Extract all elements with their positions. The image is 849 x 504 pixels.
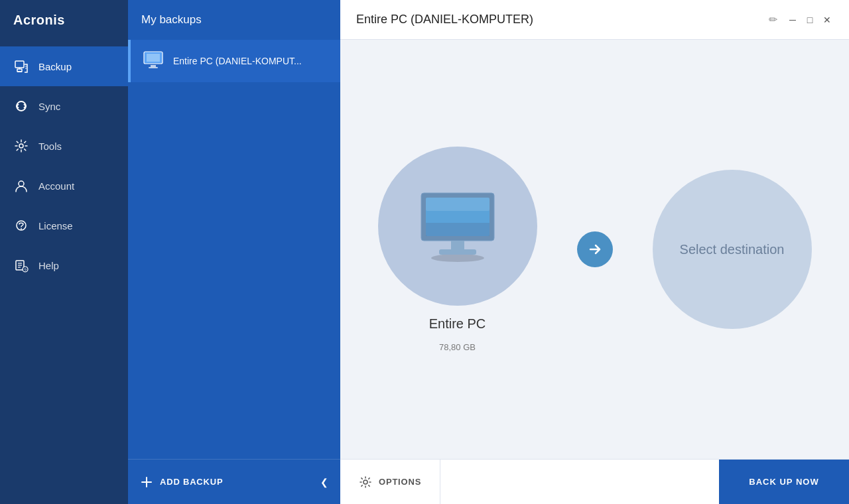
svg-point-9 [21,228,22,229]
svg-point-6 [19,144,23,148]
destination-label: Select destination [680,240,785,259]
main-footer: OPTIONS BACK UP NOW [340,459,849,504]
maximize-button[interactable]: □ [804,14,816,26]
source-size: 78,80 GB [439,342,476,352]
sidebar-item-sync[interactable]: Sync [0,86,128,126]
sidebar-item-label-sync: Sync [38,101,60,112]
add-backup-label: ADD BACKUP [160,477,223,487]
account-icon [13,178,29,194]
destination-circle[interactable]: Select destination [653,170,812,329]
sync-icon [13,98,29,114]
svg-rect-18 [151,65,156,67]
close-button[interactable]: ✕ [821,14,833,26]
source-circle[interactable] [378,147,537,306]
main-body: Entire PC 78,80 GB Select destination [340,40,849,459]
options-label: OPTIONS [379,477,421,487]
backup-list-panel: My backups Entire PC (DANIEL-KOMPUT... [128,0,340,504]
svg-rect-0 [15,61,24,68]
backup-list-header: My backups [128,0,340,40]
svg-rect-26 [451,241,464,250]
sidebar-item-label-license: License [38,220,73,231]
page-title: Entire PC (DANIEL-KOMPUTER) [356,13,759,27]
main-header: Entire PC (DANIEL-KOMPUTER) ✏ ─ □ ✕ [340,0,849,40]
sidebar-item-label-backup: Backup [38,61,72,72]
footer-spacer [440,460,719,504]
chevron-down-icon[interactable]: ❮ [320,477,328,487]
sidebar-item-license[interactable]: License [0,206,128,245]
backup-list-title: My backups [141,13,202,27]
svg-rect-28 [426,223,490,236]
svg-rect-25 [426,198,490,211]
svg-text:?: ? [24,268,27,273]
backup-list-item[interactable]: Entire PC (DANIEL-KOMPUT... [128,40,340,82]
options-button[interactable]: OPTIONS [340,460,440,504]
add-backup-bar[interactable]: ADD BACKUP ❮ [128,459,340,504]
backup-now-button[interactable]: BACK UP NOW [719,460,849,504]
backup-item-monitor-icon [143,50,164,72]
svg-point-29 [363,480,367,484]
svg-rect-19 [149,67,158,68]
sidebar: Acronis Backup [0,0,128,504]
sidebar-item-backup[interactable]: Backup [0,46,128,86]
gear-icon [359,475,372,489]
sidebar-item-help[interactable]: ? Help [0,245,128,285]
backup-icon [13,58,29,74]
add-backup-button[interactable]: ADD BACKUP [140,475,314,489]
minimize-button[interactable]: ─ [787,14,799,26]
help-icon: ? [13,257,29,273]
source-label: Entire PC [429,316,486,332]
backup-now-label: BACK UP NOW [749,477,818,487]
sidebar-item-label-tools: Tools [38,141,62,152]
sidebar-item-label-account: Account [38,180,74,192]
source-container: Entire PC 78,80 GB [378,147,537,352]
backup-item-label: Entire PC (DANIEL-KOMPUT... [173,56,302,66]
main-content: Entire PC (DANIEL-KOMPUTER) ✏ ─ □ ✕ [340,0,849,504]
backup-list-items: Entire PC (DANIEL-KOMPUT... [128,40,340,459]
svg-rect-27 [439,249,476,255]
sidebar-nav: Backup Sync [0,40,128,504]
svg-rect-17 [147,54,160,62]
sidebar-item-label-help: Help [38,260,59,271]
tools-icon [13,138,29,154]
license-icon [13,218,29,233]
sidebar-item-account[interactable]: Account [0,166,128,206]
svg-point-22 [431,254,484,262]
window-controls: ─ □ ✕ [787,14,833,26]
edit-icon[interactable]: ✏ [769,13,777,26]
app-logo: Acronis [0,0,128,40]
plus-icon [140,475,153,489]
sidebar-item-tools[interactable]: Tools [0,126,128,166]
monitor-svg [411,186,504,266]
arrow-circle [577,231,613,267]
svg-point-7 [19,181,24,186]
arrow-right-icon [587,241,603,257]
